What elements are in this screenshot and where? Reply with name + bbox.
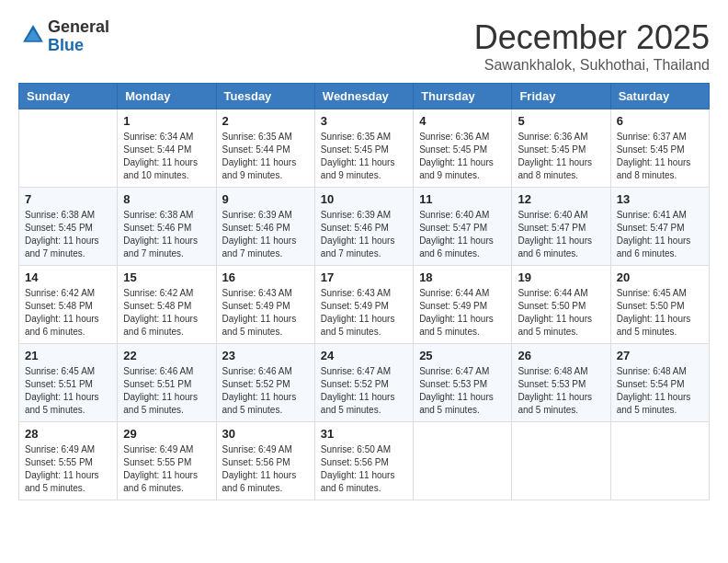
- calendar-cell: 1Sunrise: 6:34 AM Sunset: 5:44 PM Daylig…: [118, 109, 216, 188]
- calendar-cell: 6Sunrise: 6:37 AM Sunset: 5:45 PM Daylig…: [610, 109, 709, 188]
- calendar-cell: 31Sunrise: 6:50 AM Sunset: 5:56 PM Dayli…: [314, 422, 413, 500]
- logo-blue-text: Blue: [48, 36, 84, 54]
- logo: General Blue: [18, 18, 109, 55]
- cell-content: Sunrise: 6:43 AM Sunset: 5:49 PM Dayligh…: [222, 287, 309, 339]
- cell-content: Sunrise: 6:35 AM Sunset: 5:44 PM Dayligh…: [222, 131, 309, 182]
- month-title: December 2025: [474, 18, 710, 57]
- cell-content: Sunrise: 6:37 AM Sunset: 5:45 PM Dayligh…: [617, 131, 703, 182]
- cell-content: Sunrise: 6:42 AM Sunset: 5:48 PM Dayligh…: [123, 287, 210, 339]
- calendar-cell: 3Sunrise: 6:35 AM Sunset: 5:45 PM Daylig…: [314, 109, 413, 188]
- calendar-cell: 10Sunrise: 6:39 AM Sunset: 5:46 PM Dayli…: [314, 188, 413, 266]
- calendar-cell: 30Sunrise: 6:49 AM Sunset: 5:56 PM Dayli…: [216, 422, 314, 500]
- day-number: 10: [321, 192, 407, 206]
- calendar-week-row: 1Sunrise: 6:34 AM Sunset: 5:44 PM Daylig…: [19, 109, 710, 188]
- location-title: Sawankhalok, Sukhothai, Thailand: [474, 57, 710, 74]
- calendar-cell: 20Sunrise: 6:45 AM Sunset: 5:50 PM Dayli…: [610, 266, 709, 344]
- day-number: 14: [25, 270, 111, 284]
- calendar-cell: 19Sunrise: 6:44 AM Sunset: 5:50 PM Dayli…: [512, 266, 610, 344]
- calendar-cell: 8Sunrise: 6:38 AM Sunset: 5:46 PM Daylig…: [118, 188, 216, 266]
- calendar-day-header: Sunday: [19, 84, 118, 109]
- cell-content: Sunrise: 6:45 AM Sunset: 5:51 PM Dayligh…: [25, 365, 111, 417]
- cell-content: Sunrise: 6:48 AM Sunset: 5:53 PM Dayligh…: [518, 365, 604, 417]
- day-number: 28: [25, 427, 111, 441]
- day-number: 22: [123, 349, 210, 362]
- day-number: 26: [518, 349, 604, 362]
- calendar-cell: 28Sunrise: 6:49 AM Sunset: 5:55 PM Dayli…: [19, 422, 118, 500]
- cell-content: Sunrise: 6:47 AM Sunset: 5:52 PM Dayligh…: [321, 365, 407, 417]
- calendar-cell: 17Sunrise: 6:43 AM Sunset: 5:49 PM Dayli…: [314, 266, 413, 344]
- cell-content: Sunrise: 6:39 AM Sunset: 5:46 PM Dayligh…: [321, 209, 407, 260]
- calendar-cell: [512, 422, 610, 500]
- calendar-cell: 15Sunrise: 6:42 AM Sunset: 5:48 PM Dayli…: [118, 266, 216, 344]
- cell-content: Sunrise: 6:49 AM Sunset: 5:55 PM Dayligh…: [25, 443, 111, 495]
- day-number: 27: [617, 349, 703, 362]
- calendar-cell: 11Sunrise: 6:40 AM Sunset: 5:47 PM Dayli…: [414, 188, 512, 266]
- cell-content: Sunrise: 6:38 AM Sunset: 5:45 PM Dayligh…: [25, 209, 111, 260]
- calendar-cell: 27Sunrise: 6:48 AM Sunset: 5:54 PM Dayli…: [610, 344, 709, 422]
- day-number: 24: [321, 349, 407, 362]
- logo-general-text: General: [48, 17, 109, 36]
- cell-content: Sunrise: 6:50 AM Sunset: 5:56 PM Dayligh…: [321, 443, 407, 495]
- calendar-cell: 25Sunrise: 6:47 AM Sunset: 5:53 PM Dayli…: [414, 344, 512, 422]
- calendar-cell: 12Sunrise: 6:40 AM Sunset: 5:47 PM Dayli…: [512, 188, 610, 266]
- calendar-cell: 24Sunrise: 6:47 AM Sunset: 5:52 PM Dayli…: [314, 344, 413, 422]
- calendar-day-header: Tuesday: [216, 84, 314, 109]
- cell-content: Sunrise: 6:41 AM Sunset: 5:47 PM Dayligh…: [617, 209, 703, 260]
- cell-content: Sunrise: 6:39 AM Sunset: 5:46 PM Dayligh…: [222, 209, 309, 260]
- calendar-cell: 13Sunrise: 6:41 AM Sunset: 5:47 PM Dayli…: [610, 188, 709, 266]
- cell-content: Sunrise: 6:36 AM Sunset: 5:45 PM Dayligh…: [518, 131, 604, 182]
- day-number: 17: [321, 270, 407, 284]
- calendar-cell: 21Sunrise: 6:45 AM Sunset: 5:51 PM Dayli…: [19, 344, 118, 422]
- day-number: 19: [518, 270, 604, 284]
- day-number: 21: [25, 349, 111, 362]
- title-area: December 2025 Sawankhalok, Sukhothai, Th…: [474, 18, 710, 74]
- cell-content: Sunrise: 6:46 AM Sunset: 5:52 PM Dayligh…: [222, 365, 309, 417]
- day-number: 20: [617, 270, 703, 284]
- calendar-day-header: Friday: [512, 84, 610, 109]
- calendar-cell: 26Sunrise: 6:48 AM Sunset: 5:53 PM Dayli…: [512, 344, 610, 422]
- calendar-cell: 16Sunrise: 6:43 AM Sunset: 5:49 PM Dayli…: [216, 266, 314, 344]
- calendar-cell: 18Sunrise: 6:44 AM Sunset: 5:49 PM Dayli…: [414, 266, 512, 344]
- cell-content: Sunrise: 6:40 AM Sunset: 5:47 PM Dayligh…: [518, 209, 604, 260]
- calendar-cell: 9Sunrise: 6:39 AM Sunset: 5:46 PM Daylig…: [216, 188, 314, 266]
- logo-icon: [20, 22, 46, 48]
- calendar-week-row: 14Sunrise: 6:42 AM Sunset: 5:48 PM Dayli…: [19, 266, 710, 344]
- day-number: 4: [419, 114, 506, 128]
- cell-content: Sunrise: 6:44 AM Sunset: 5:50 PM Dayligh…: [518, 287, 604, 339]
- day-number: 15: [123, 270, 210, 284]
- calendar-cell: [414, 422, 512, 500]
- calendar-cell: 22Sunrise: 6:46 AM Sunset: 5:51 PM Dayli…: [118, 344, 216, 422]
- day-number: 25: [419, 349, 506, 362]
- day-number: 7: [25, 192, 111, 206]
- calendar-cell: 23Sunrise: 6:46 AM Sunset: 5:52 PM Dayli…: [216, 344, 314, 422]
- day-number: 18: [419, 270, 506, 284]
- calendar-cell: 29Sunrise: 6:49 AM Sunset: 5:55 PM Dayli…: [118, 422, 216, 500]
- calendar-day-header: Thursday: [414, 84, 512, 109]
- calendar-table: SundayMondayTuesdayWednesdayThursdayFrid…: [18, 83, 710, 500]
- calendar-cell: 7Sunrise: 6:38 AM Sunset: 5:45 PM Daylig…: [19, 188, 118, 266]
- cell-content: Sunrise: 6:43 AM Sunset: 5:49 PM Dayligh…: [321, 287, 407, 339]
- calendar-cell: [19, 109, 118, 188]
- calendar-cell: 14Sunrise: 6:42 AM Sunset: 5:48 PM Dayli…: [19, 266, 118, 344]
- cell-content: Sunrise: 6:45 AM Sunset: 5:50 PM Dayligh…: [617, 287, 703, 339]
- calendar-header-row: SundayMondayTuesdayWednesdayThursdayFrid…: [19, 84, 710, 109]
- day-number: 2: [222, 114, 309, 128]
- cell-content: Sunrise: 6:49 AM Sunset: 5:56 PM Dayligh…: [222, 443, 309, 495]
- day-number: 1: [123, 114, 210, 128]
- calendar-week-row: 21Sunrise: 6:45 AM Sunset: 5:51 PM Dayli…: [19, 344, 710, 422]
- day-number: 12: [518, 192, 604, 206]
- cell-content: Sunrise: 6:46 AM Sunset: 5:51 PM Dayligh…: [123, 365, 210, 417]
- page-header: General Blue December 2025 Sawankhalok, …: [18, 18, 710, 74]
- cell-content: Sunrise: 6:47 AM Sunset: 5:53 PM Dayligh…: [419, 365, 506, 417]
- day-number: 16: [222, 270, 309, 284]
- calendar-cell: 5Sunrise: 6:36 AM Sunset: 5:45 PM Daylig…: [512, 109, 610, 188]
- day-number: 30: [222, 427, 309, 441]
- cell-content: Sunrise: 6:35 AM Sunset: 5:45 PM Dayligh…: [321, 131, 407, 182]
- calendar-day-header: Saturday: [610, 84, 709, 109]
- cell-content: Sunrise: 6:48 AM Sunset: 5:54 PM Dayligh…: [617, 365, 703, 417]
- day-number: 23: [222, 349, 309, 362]
- cell-content: Sunrise: 6:40 AM Sunset: 5:47 PM Dayligh…: [419, 209, 506, 260]
- day-number: 8: [123, 192, 210, 206]
- day-number: 13: [617, 192, 703, 206]
- cell-content: Sunrise: 6:49 AM Sunset: 5:55 PM Dayligh…: [123, 443, 210, 495]
